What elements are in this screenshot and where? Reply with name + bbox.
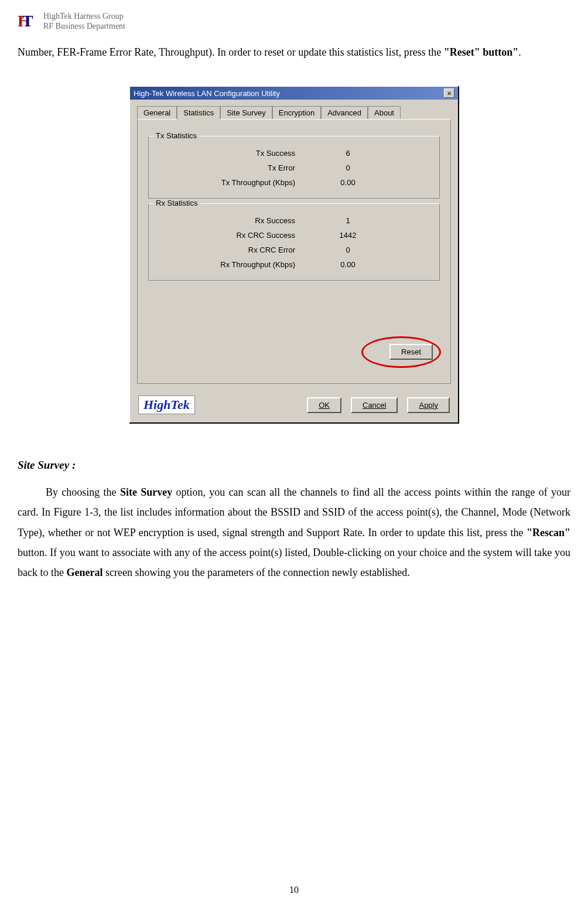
window-titlebar: High-Tek Wireless LAN Configuration Util… <box>130 87 458 100</box>
rx-success-value: 1 <box>330 216 365 225</box>
reset-button[interactable]: Reset <box>389 344 433 360</box>
tab-bar: General Statistics Site Survey Encryptio… <box>130 100 458 119</box>
table-row: Tx Success6 <box>155 146 433 161</box>
tab-advanced[interactable]: Advanced <box>321 106 368 120</box>
rx-success-label: Rx Success <box>155 216 330 225</box>
ss-text-a: By choosing the <box>46 486 120 498</box>
rx-statistics-group: Rx Statistics Rx Success1 Rx CRC Success… <box>148 203 440 281</box>
table-row: Rx CRC Success1442 <box>155 228 433 243</box>
rx-crc-success-value: 1442 <box>330 231 365 240</box>
rx-throughput-label: Rx Throughput (Kbps) <box>155 260 330 269</box>
reset-button-wrap: Reset <box>389 344 433 360</box>
tx-success-label: Tx Success <box>155 149 330 158</box>
apply-button[interactable]: Apply <box>407 397 450 413</box>
reset-button-mention: "Reset" button" <box>444 46 518 58</box>
company-line2: RF Business Department <box>43 22 125 32</box>
table-row: Rx Success1 <box>155 213 433 228</box>
company-logo-icon: HT <box>18 12 37 32</box>
screenshot-container: High-Tek Wireless LAN Configuration Util… <box>18 86 570 424</box>
tab-encryption[interactable]: Encryption <box>272 106 321 120</box>
tx-error-label: Tx Error <box>155 163 330 172</box>
tab-statistics[interactable]: Statistics <box>177 106 220 120</box>
company-name-block: HighTek Harness Group RF Business Depart… <box>43 12 125 32</box>
table-row: Tx Throughput (Kbps)0.00 <box>155 175 433 190</box>
hightek-brand-icon: HighTek <box>138 395 195 414</box>
company-line1: HighTek Harness Group <box>43 12 125 22</box>
rx-crc-error-label: Rx CRC Error <box>155 245 330 254</box>
table-row: Rx CRC Error0 <box>155 243 433 257</box>
ok-button[interactable]: OK <box>307 397 341 413</box>
tx-throughput-label: Tx Throughput (Kbps) <box>155 178 330 187</box>
ss-general-bold: General <box>66 567 102 578</box>
ss-rescan-bold: "Rescan" <box>527 527 570 538</box>
tab-site-survey[interactable]: Site Survey <box>220 106 272 120</box>
rx-crc-success-label: Rx CRC Success <box>155 231 330 240</box>
table-row: Rx Throughput (Kbps)0.00 <box>155 257 433 272</box>
rx-crc-error-value: 0 <box>330 245 365 254</box>
window-title: High-Tek Wireless LAN Configuration Util… <box>134 89 280 98</box>
site-survey-paragraph: By choosing the Site Survey option, you … <box>18 482 570 582</box>
intro-text: Number, FER-Frame Error Rate, Throughput… <box>18 46 444 58</box>
close-icon[interactable]: ✕ <box>444 88 454 98</box>
page-number: 10 <box>0 885 588 895</box>
tab-about[interactable]: About <box>368 106 401 120</box>
rx-group-title: Rx Statistics <box>153 199 200 207</box>
tx-success-value: 6 <box>330 149 365 158</box>
intro-paragraph: Number, FER-Frame Error Rate, Throughput… <box>18 42 570 62</box>
page-header: HT HighTek Harness Group RF Business Dep… <box>18 12 570 32</box>
tx-throughput-value: 0.00 <box>330 178 365 187</box>
site-survey-heading: Site Survey : <box>18 459 570 472</box>
ss-site-survey-bold: Site Survey <box>120 486 172 498</box>
table-row: Tx Error0 <box>155 161 433 175</box>
rx-throughput-value: 0.00 <box>330 260 365 269</box>
tab-general[interactable]: General <box>137 106 177 120</box>
config-utility-window: High-Tek Wireless LAN Configuration Util… <box>129 86 459 424</box>
dialog-button-bar: HighTek OK Cancel Apply <box>130 390 458 422</box>
ss-text-g: screen showing you the parameters of the… <box>102 567 409 578</box>
intro-suffix: . <box>518 46 521 58</box>
statistics-pane: Tx Statistics Tx Success6 Tx Error0 Tx T… <box>137 119 451 384</box>
tx-error-value: 0 <box>330 163 365 172</box>
cancel-button[interactable]: Cancel <box>351 397 398 413</box>
tx-statistics-group: Tx Statistics Tx Success6 Tx Error0 Tx T… <box>148 136 440 199</box>
tx-group-title: Tx Statistics <box>153 131 199 140</box>
